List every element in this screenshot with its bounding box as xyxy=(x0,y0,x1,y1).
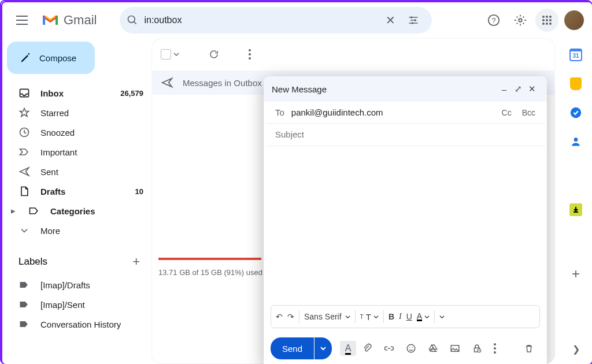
collapse-panel-button[interactable]: ❯ xyxy=(572,344,580,355)
close-compose-button[interactable]: ✕ xyxy=(525,84,539,94)
bold-button[interactable]: B xyxy=(388,312,394,321)
account-avatar[interactable] xyxy=(564,10,584,30)
svg-point-9 xyxy=(549,16,552,18)
format-more-button[interactable] xyxy=(439,314,445,320)
search-input[interactable] xyxy=(138,15,379,25)
font-family-select[interactable]: Sans Serif xyxy=(304,312,350,321)
list-toolbar xyxy=(151,38,555,70)
send-row: Send A xyxy=(264,333,547,364)
search-icon[interactable] xyxy=(127,14,138,26)
svg-point-21 xyxy=(407,344,415,352)
settings-button[interactable] xyxy=(509,9,532,32)
svg-point-14 xyxy=(546,23,548,25)
svg-point-12 xyxy=(549,19,552,21)
undo-button[interactable]: ↶ xyxy=(276,312,283,321)
message-body[interactable] xyxy=(264,146,547,305)
compose-button[interactable]: Compose xyxy=(7,42,95,74)
main-menu-button[interactable] xyxy=(10,9,34,32)
refresh-button[interactable] xyxy=(202,43,225,66)
subject-input[interactable] xyxy=(275,129,535,139)
label-imap-drafts[interactable]: [Imap]/Drafts xyxy=(7,275,151,295)
text-color-button[interactable]: A xyxy=(417,313,430,321)
caret-right-icon: ▸ xyxy=(10,206,16,216)
attach-file-button[interactable] xyxy=(362,343,378,354)
minimize-button[interactable]: – xyxy=(497,84,511,94)
search-box[interactable]: ✕ xyxy=(120,7,432,34)
svg-point-27 xyxy=(494,343,496,346)
compose-label: Compose xyxy=(39,53,76,63)
compose-header[interactable]: New Message – ⤢ ✕ xyxy=(264,76,547,102)
gmail-logo[interactable]: Gmail xyxy=(42,13,97,28)
to-value[interactable]: pankil@guiidintech.com xyxy=(291,107,491,117)
italic-button[interactable]: I xyxy=(399,312,402,321)
addon-icon[interactable] xyxy=(569,203,582,216)
svg-text:?: ? xyxy=(491,16,495,25)
format-toolbar: ↶ ↷ Sans Serif TT B I U xyxy=(271,305,540,328)
search-options-button[interactable] xyxy=(402,9,425,32)
svg-point-15 xyxy=(549,23,552,25)
bcc-button[interactable]: Bcc xyxy=(522,108,535,117)
svg-point-29 xyxy=(494,351,496,354)
insert-drive-button[interactable] xyxy=(428,343,444,354)
to-field[interactable]: To pankil@guiidintech.com Cc Bcc xyxy=(266,102,545,124)
sidebar-item-sent[interactable]: Sent xyxy=(7,162,151,181)
sidebar-item-categories[interactable]: ▸ Categories xyxy=(7,201,151,221)
svg-point-3 xyxy=(412,22,413,24)
insert-link-button[interactable] xyxy=(384,343,400,354)
sidebar-item-important[interactable]: Important xyxy=(7,142,151,162)
sidebar-item-more[interactable]: More xyxy=(7,221,151,240)
fullscreen-button[interactable]: ⤢ xyxy=(511,84,525,94)
formatting-button[interactable]: A xyxy=(340,341,356,356)
app-name: Gmail xyxy=(64,13,97,28)
cc-button[interactable]: Cc xyxy=(502,108,512,117)
sidebar-item-starred[interactable]: Starred xyxy=(7,103,151,122)
sidebar: Compose Inbox 26,579 Starred Snoozed Imp… xyxy=(2,38,151,364)
label-conversation-history[interactable]: Conversation History xyxy=(7,314,151,334)
confidential-mode-button[interactable] xyxy=(472,343,488,354)
labels-heading: Labels xyxy=(18,256,47,268)
storage-text: 13.71 GB of 15 GB (91%) used xyxy=(158,268,262,277)
svg-point-28 xyxy=(494,347,496,350)
get-addons-button[interactable]: + xyxy=(572,266,580,282)
more-actions-button[interactable] xyxy=(238,43,261,66)
message-list-area: Messages in Outbox 13.71 GB of 15 GB (91… xyxy=(151,38,555,364)
label-imap-sent[interactable]: [Imap]/Sent xyxy=(7,295,151,314)
calendar-app-icon[interactable]: 31 xyxy=(569,49,582,61)
svg-point-18 xyxy=(249,49,251,51)
sidebar-item-drafts[interactable]: Drafts 10 xyxy=(7,181,151,201)
help-button[interactable]: ? xyxy=(482,9,505,32)
compose-more-button[interactable] xyxy=(494,343,510,354)
tasks-app-icon[interactable] xyxy=(569,106,582,119)
redo-button[interactable]: ↷ xyxy=(287,312,294,321)
svg-point-1 xyxy=(410,16,412,18)
insert-emoji-button[interactable] xyxy=(406,343,422,354)
clear-search-button[interactable]: ✕ xyxy=(379,9,402,32)
svg-point-23 xyxy=(412,347,413,348)
discard-draft-button[interactable] xyxy=(524,343,540,354)
compose-window: New Message – ⤢ ✕ To pankil@guiidintech.… xyxy=(264,76,547,364)
svg-point-10 xyxy=(542,19,545,21)
send-options-button[interactable] xyxy=(314,337,332,359)
contacts-app-icon[interactable] xyxy=(570,135,582,148)
svg-point-13 xyxy=(542,23,545,25)
apps-button[interactable] xyxy=(535,9,558,32)
add-label-button[interactable]: + xyxy=(132,254,140,269)
svg-point-7 xyxy=(542,16,545,18)
svg-point-0 xyxy=(128,16,135,23)
insert-photo-button[interactable] xyxy=(450,343,466,354)
keep-app-icon[interactable] xyxy=(570,77,582,90)
svg-point-11 xyxy=(546,19,548,21)
underline-button[interactable]: U xyxy=(406,312,412,321)
storage-progress-bar xyxy=(158,258,261,260)
select-all-checkbox[interactable] xyxy=(161,49,179,60)
sidebar-item-snoozed[interactable]: Snoozed xyxy=(7,122,151,142)
svg-point-19 xyxy=(249,53,251,55)
sidebar-item-inbox[interactable]: Inbox 26,579 xyxy=(7,83,151,103)
svg-point-2 xyxy=(415,19,416,21)
font-size-select[interactable]: TT xyxy=(360,312,379,322)
svg-point-31 xyxy=(574,138,578,142)
side-panel: 31 + ❯ xyxy=(560,38,592,364)
send-button[interactable]: Send xyxy=(271,337,314,359)
svg-point-6 xyxy=(519,18,522,22)
svg-point-8 xyxy=(546,16,548,18)
